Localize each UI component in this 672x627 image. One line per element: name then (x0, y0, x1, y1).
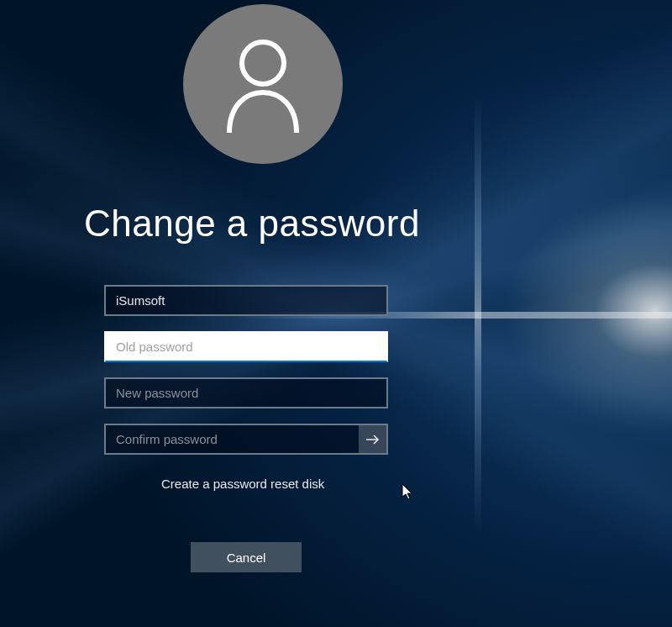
submit-button[interactable] (359, 425, 386, 453)
user-avatar (183, 4, 343, 164)
create-reset-disk-link[interactable]: Create a password reset disk (161, 477, 324, 491)
new-password-input[interactable] (104, 377, 388, 408)
confirm-password-input[interactable] (104, 424, 388, 455)
username-input[interactable] (104, 285, 388, 316)
user-icon (217, 34, 309, 134)
old-password-input[interactable] (104, 331, 388, 362)
cancel-button[interactable]: Cancel (191, 542, 302, 572)
arrow-right-icon (365, 434, 381, 445)
svg-point-0 (242, 42, 284, 84)
page-title: Change a password (84, 203, 672, 245)
password-form: Create a password reset disk Cancel (104, 285, 672, 572)
